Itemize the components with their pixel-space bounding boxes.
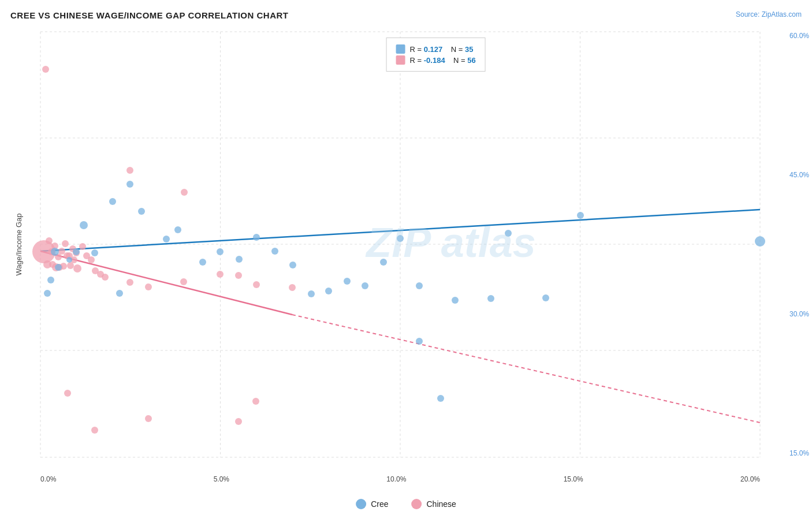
cree-dot — [487, 295, 494, 302]
cree-dot — [416, 282, 423, 289]
cree-dot — [437, 395, 444, 402]
cree-dot — [542, 294, 549, 301]
x-label-2: 10.0% — [386, 475, 406, 483]
chinese-dot — [91, 427, 98, 434]
cree-dot — [163, 236, 170, 242]
legend: R = 0.127 N = 35 R = -0.184 N = 56 — [386, 38, 486, 72]
x-label-0: 0.0% — [40, 475, 56, 483]
chinese-dot — [67, 262, 74, 269]
cree-dot — [217, 248, 224, 255]
source-label: Source: ZipAtlas.com — [736, 10, 802, 18]
chinese-dot — [42, 66, 49, 73]
legend-row-cree: R = 0.127 N = 35 — [396, 44, 476, 54]
cree-dot — [55, 264, 62, 271]
cree-dot — [109, 198, 116, 205]
chinese-dot — [73, 264, 81, 273]
chinese-legend-box — [396, 55, 405, 65]
chinese-dot — [64, 390, 71, 397]
chinese-dot — [253, 281, 260, 288]
cree-legend-box — [396, 44, 405, 54]
cree-dot — [47, 277, 54, 283]
cree-dot — [344, 278, 351, 285]
chinese-dot — [217, 271, 224, 278]
chinese-dot — [79, 243, 86, 250]
cree-dot — [289, 262, 296, 268]
y-axis-label: Wage/Income Gap — [0, 32, 38, 457]
cree-dot — [755, 236, 765, 247]
x-label-4: 20.0% — [740, 475, 760, 483]
cree-dot — [308, 290, 315, 297]
chinese-dot — [145, 415, 152, 422]
cree-dot — [116, 290, 123, 297]
x-axis-labels: 0.0% 5.0% 10.0% 15.0% 20.0% — [40, 475, 760, 483]
chinese-dot — [252, 398, 259, 405]
cree-dot — [91, 249, 98, 256]
svg-line-12 — [292, 315, 760, 423]
cree-dot — [73, 248, 80, 255]
y-axis-labels-right: 60.0%45.0%30.0%15.0% — [789, 32, 809, 457]
chinese-legend-label: Chinese — [426, 499, 456, 509]
chinese-dot — [145, 283, 152, 290]
x-legend: Cree Chinese — [356, 499, 456, 509]
cree-dot — [325, 288, 332, 294]
cree-dot — [505, 230, 512, 237]
y-right-label-1: 45.0% — [789, 171, 809, 179]
chart-area: ZIP atlas — [40, 32, 760, 457]
chinese-dot — [235, 418, 242, 425]
cree-dot — [271, 248, 278, 255]
cree-dot — [44, 290, 51, 297]
cree-dot — [452, 297, 459, 304]
chinese-dot — [62, 240, 69, 247]
legend-row-chinese: R = -0.184 N = 56 — [396, 55, 476, 65]
cree-dot — [80, 221, 88, 229]
cree-legend-text: R = 0.127 N = 35 — [410, 45, 474, 54]
cree-legend-dot — [356, 499, 366, 509]
cree-dot — [126, 181, 133, 188]
cree-legend-label: Cree — [371, 499, 388, 509]
cree-dot — [380, 259, 387, 266]
chinese-dot — [58, 248, 65, 255]
cree-dot — [51, 248, 59, 256]
chart-title: CREE VS CHINESE WAGE/INCOME GAP CORRELAT… — [10, 10, 288, 20]
chinese-dot — [181, 189, 188, 196]
x-label-1: 5.0% — [214, 475, 229, 483]
cree-dot — [66, 257, 72, 263]
chinese-dot — [235, 272, 242, 279]
scatter-plot — [40, 32, 760, 457]
cree-dot — [362, 282, 368, 289]
cree-dot — [138, 208, 145, 215]
chinese-dot — [180, 278, 187, 285]
cree-dot — [397, 235, 404, 242]
x-legend-cree: Cree — [356, 499, 388, 509]
cree-dot — [253, 234, 260, 241]
y-right-label-2: 30.0% — [789, 310, 809, 318]
chinese-dot — [289, 284, 296, 291]
chart-container: CREE VS CHINESE WAGE/INCOME GAP CORRELAT… — [0, 0, 812, 515]
y-right-label-0: 60.0% — [789, 32, 809, 40]
chinese-legend-dot — [411, 499, 422, 509]
cree-dot — [174, 226, 181, 233]
chinese-dot — [126, 279, 133, 286]
x-legend-chinese: Chinese — [411, 499, 456, 509]
chinese-dot — [46, 237, 53, 244]
cree-dot — [199, 259, 206, 266]
x-label-3: 15.0% — [564, 475, 583, 483]
cree-dot — [236, 256, 243, 263]
chinese-dot — [126, 167, 133, 174]
chinese-dot — [88, 256, 95, 263]
cree-dot — [577, 212, 584, 219]
chinese-legend-text: R = -0.184 N = 56 — [410, 56, 476, 65]
cree-dot — [416, 338, 423, 345]
chinese-dot — [102, 274, 109, 281]
y-right-label-3: 15.0% — [789, 449, 809, 457]
